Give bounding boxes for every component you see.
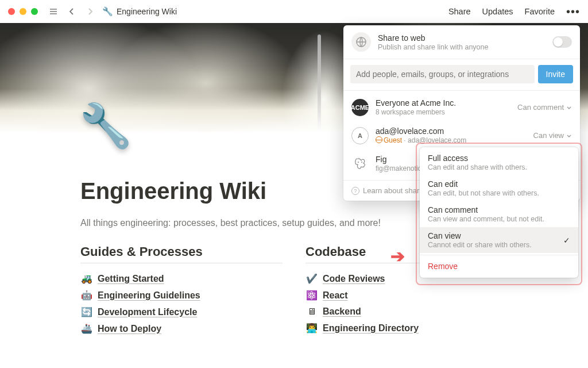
link-label: Backend xyxy=(323,306,361,317)
column-guides: Guides & Processes 🚜Getting Started 🤖Eng… xyxy=(80,244,283,337)
entry-name: ada@lovelace.com xyxy=(376,126,527,136)
page-icon-wrench[interactable]: 🔧 xyxy=(79,101,132,151)
close-window[interactable] xyxy=(8,8,15,15)
page-title-breadcrumb: Engineering Wiki xyxy=(117,7,177,16)
globe-icon xyxy=(351,32,371,52)
share-entry-acme: ACME Everyone at Acme Inc. 8 workspace m… xyxy=(343,93,580,121)
chevron-down-icon xyxy=(566,105,572,110)
emoji-icon: 🤖 xyxy=(80,290,93,301)
list-item[interactable]: 🚜Getting Started xyxy=(80,270,283,287)
emoji-icon: 🔄 xyxy=(80,306,93,317)
link-label: Engineering Directory xyxy=(323,323,419,334)
back-icon[interactable] xyxy=(65,5,78,18)
globe-small-icon xyxy=(376,136,382,143)
share-to-web-row: Share to web Publish and share link with… xyxy=(343,25,580,59)
entry-sub: Guest · ada@lovelace.com xyxy=(376,136,527,144)
more-menu-icon[interactable]: ••• xyxy=(566,6,580,17)
rocket-silhouette xyxy=(318,34,321,132)
link-label: Engineering Guidelines xyxy=(98,290,200,301)
invite-input[interactable] xyxy=(350,65,535,83)
link-label: Getting Started xyxy=(98,274,164,284)
share-web-subtitle: Publish and share link with anyone xyxy=(378,43,546,51)
permission-dropdown[interactable]: Can comment xyxy=(517,103,572,112)
help-icon: ? xyxy=(351,187,359,195)
link-label: React xyxy=(323,290,348,301)
perm-option-full-access[interactable]: Full accessCan edit and share with other… xyxy=(420,150,578,175)
favorite-button[interactable]: Favorite xyxy=(525,7,555,16)
emoji-icon: 🚜 xyxy=(80,273,93,284)
share-web-toggle[interactable] xyxy=(552,36,572,48)
emoji-icon: ✔️ xyxy=(305,273,318,284)
link-label: How to Deploy xyxy=(98,324,161,334)
perm-remove[interactable]: Remove xyxy=(420,257,578,275)
minimize-window[interactable] xyxy=(20,8,26,15)
link-label: Code Reviews xyxy=(323,274,385,284)
chevron-down-icon xyxy=(566,133,572,139)
traffic-lights xyxy=(8,8,38,15)
invite-row: Invite xyxy=(343,59,580,91)
entry-sub: 8 workspace members xyxy=(376,108,510,116)
list-item[interactable]: 🖥Backend xyxy=(305,304,508,320)
avatar: ACME xyxy=(351,99,369,116)
breadcrumb[interactable]: 🔧 Engineering Wiki xyxy=(102,6,443,17)
emoji-icon: 👨‍💻 xyxy=(305,323,318,334)
list-item[interactable]: 👨‍💻Engineering Directory xyxy=(305,320,508,336)
divider xyxy=(80,263,283,263)
list-item[interactable]: 🚢How to Deploy xyxy=(80,320,283,337)
svg-point-1 xyxy=(358,162,359,163)
permission-dropdown[interactable]: Can view xyxy=(533,131,572,140)
list-item[interactable]: ⚛️React xyxy=(305,287,508,304)
perm-option-can-view[interactable]: Can viewCannot edit or share with others… xyxy=(420,227,578,253)
svg-point-2 xyxy=(361,162,362,163)
share-web-title: Share to web xyxy=(378,33,546,43)
emoji-icon: 🚢 xyxy=(80,323,93,334)
check-icon: ✓ xyxy=(563,236,570,245)
link-label: Development Lifecycle xyxy=(98,307,197,317)
share-button[interactable]: Share xyxy=(448,7,471,16)
heading-guides: Guides & Processes xyxy=(80,244,283,259)
share-entry-ada: A ada@lovelace.com Guest · ada@lovelace.… xyxy=(343,121,580,150)
divider xyxy=(420,255,578,255)
list-item[interactable]: 🔄Development Lifecycle xyxy=(80,304,283,320)
permission-menu: Full accessCan edit and share with other… xyxy=(420,147,578,278)
invite-button[interactable]: Invite xyxy=(538,65,573,83)
hamburger-icon[interactable] xyxy=(47,5,60,18)
list-item[interactable]: 🤖Engineering Guidelines xyxy=(80,287,283,304)
window-chrome: 🔧 Engineering Wiki Share Updates Favorit… xyxy=(0,0,588,23)
emoji-icon: 🖥 xyxy=(305,306,318,317)
app-icon xyxy=(351,155,369,172)
perm-option-can-comment[interactable]: Can commentCan view and comment, but not… xyxy=(420,201,578,227)
emoji-icon: ⚛️ xyxy=(305,290,318,301)
maximize-window[interactable] xyxy=(31,8,38,15)
wrench-icon: 🔧 xyxy=(102,6,113,17)
perm-option-can-edit[interactable]: Can editCan edit, but not share with oth… xyxy=(420,175,578,201)
updates-button[interactable]: Updates xyxy=(482,7,513,16)
forward-icon xyxy=(84,5,96,18)
entry-name: Everyone at Acme Inc. xyxy=(376,98,510,108)
avatar: A xyxy=(351,127,369,144)
